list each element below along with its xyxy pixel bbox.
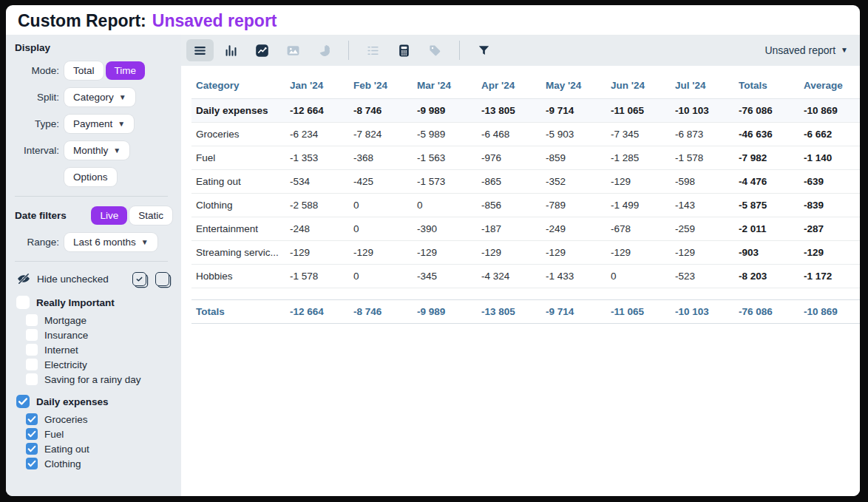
calculator-icon[interactable] <box>390 39 418 61</box>
unchecked-checkbox-icon[interactable] <box>26 314 38 326</box>
report-selector[interactable]: Unsaved report ▼ <box>764 44 848 56</box>
value-cell: -1 499 <box>606 194 671 217</box>
value-cell: -8 746 <box>349 300 413 324</box>
chevron-down-icon: ▼ <box>119 94 126 101</box>
uncheck-all-button[interactable] <box>155 272 169 286</box>
range-row: Range: Last 6 months ▼ <box>6 233 181 251</box>
unchecked-checkbox-icon[interactable] <box>26 329 38 341</box>
area-chart-icon[interactable] <box>279 39 307 61</box>
value-cell: -259 <box>671 217 734 241</box>
value-cell: -129 <box>671 241 734 265</box>
value-cell: -13 805 <box>477 300 541 324</box>
value-cell: -5 875 <box>734 194 799 217</box>
column-header: Jan '24 <box>285 73 349 99</box>
column-header: Category <box>191 73 285 99</box>
category-toggle-row[interactable]: Fuel <box>26 428 181 440</box>
toolbar-divider <box>459 41 460 60</box>
category-label: Fuel <box>44 429 64 440</box>
chevron-down-icon: ▼ <box>841 47 848 54</box>
category-toggle-row[interactable]: Internet <box>26 344 181 356</box>
value-cell: -9 714 <box>541 99 606 123</box>
value-cell: -839 <box>799 194 860 217</box>
page-title-prefix: Custom Report: <box>18 11 146 31</box>
checked-checkbox-icon[interactable] <box>26 443 38 455</box>
category-toggle-row[interactable]: Saving for a rainy day <box>26 373 181 385</box>
value-cell: -129 <box>606 241 671 265</box>
list-icon[interactable] <box>359 39 387 61</box>
category-label: Mortgage <box>44 315 87 326</box>
unchecked-checkbox-icon[interactable] <box>16 296 30 309</box>
interval-select[interactable]: Monthly ▼ <box>64 141 129 160</box>
checked-checkbox-icon[interactable] <box>16 395 30 408</box>
value-cell: -187 <box>477 217 541 241</box>
checked-checkbox-icon[interactable] <box>26 458 38 469</box>
unchecked-checkbox-icon[interactable] <box>26 373 38 385</box>
range-select[interactable]: Last 6 months ▼ <box>64 233 157 251</box>
page-title: Custom Report: Unsaved report <box>6 5 860 35</box>
value-cell: -143 <box>671 194 734 217</box>
category-toggle-row[interactable]: Groceries <box>26 413 181 425</box>
category-toggle-row[interactable]: Daily expenses <box>16 395 181 408</box>
mode-time-button[interactable]: Time <box>106 61 146 80</box>
value-cell: -10 869 <box>799 300 860 324</box>
filter-icon[interactable] <box>470 39 498 61</box>
value-cell: -6 662 <box>799 123 860 146</box>
value-cell: -9 989 <box>413 99 477 123</box>
value-cell: -129 <box>606 170 671 194</box>
value-cell: -12 664 <box>285 300 349 324</box>
options-button[interactable]: Options <box>64 168 117 186</box>
table-row: Groceries-6 234-7 824-5 989-6 468-5 903-… <box>191 123 860 146</box>
value-cell: -8 746 <box>349 99 413 123</box>
pie-chart-icon[interactable] <box>311 39 338 61</box>
value-cell: -859 <box>541 146 606 170</box>
bar-chart-icon[interactable] <box>217 39 245 61</box>
value-cell: -6 873 <box>671 123 734 146</box>
tag-icon[interactable] <box>421 39 449 61</box>
value-cell: -7 824 <box>349 123 413 146</box>
mode-total-button[interactable]: Total <box>64 61 104 80</box>
value-cell: -345 <box>413 265 477 288</box>
unchecked-checkbox-icon[interactable] <box>26 359 38 370</box>
report-table: CategoryJan '24Feb '24Mar '24Apr '24May … <box>191 73 860 324</box>
category-toggle-row[interactable]: Eating out <box>26 443 181 455</box>
category-toggle-row[interactable]: Mortgage <box>26 314 181 326</box>
value-cell: -856 <box>477 194 541 217</box>
category-cell: Fuel <box>191 146 285 170</box>
value-cell: 0 <box>349 265 413 288</box>
hide-unchecked-toggle[interactable]: Hide unchecked <box>16 271 169 286</box>
value-cell: -249 <box>541 217 606 241</box>
value-cell: -129 <box>285 241 349 265</box>
category-toggle-row[interactable]: Insurance <box>26 329 181 341</box>
split-label: Split: <box>6 92 59 103</box>
category-cell: Streaming servic... <box>191 241 285 265</box>
spacer-row <box>191 288 860 300</box>
value-cell: -1 353 <box>285 146 349 170</box>
column-header: Totals <box>734 73 799 99</box>
interval-value: Monthly <box>73 145 108 156</box>
date-static-button[interactable]: Static <box>129 206 172 225</box>
line-chart-icon[interactable] <box>248 39 276 61</box>
checked-checkbox-icon[interactable] <box>26 428 38 440</box>
menu-icon[interactable] <box>186 39 214 61</box>
report-selector-label: Unsaved report <box>764 44 835 56</box>
type-select[interactable]: Payment ▼ <box>64 115 134 133</box>
check-all-button[interactable] <box>132 272 146 286</box>
value-cell: -1 172 <box>799 265 860 288</box>
category-label: Insurance <box>44 330 88 341</box>
table-row: Daily expenses-12 664-8 746-9 989-13 805… <box>191 99 860 123</box>
split-select[interactable]: Category ▼ <box>64 88 135 106</box>
category-toggle-row[interactable]: Electricity <box>26 359 181 370</box>
category-label: Saving for a rainy day <box>44 374 141 385</box>
category-toggle-row[interactable]: Really Important <box>16 296 181 309</box>
range-value: Last 6 months <box>73 237 136 248</box>
category-toggle-row[interactable]: Clothing <box>26 458 181 469</box>
category-label: Groceries <box>44 414 88 425</box>
value-cell: -352 <box>541 170 606 194</box>
table-row: Clothing-2 58800-856-789-1 499-143-5 875… <box>191 194 860 217</box>
value-cell: -9 989 <box>413 300 477 324</box>
sidebar-divider <box>15 261 168 262</box>
checked-checkbox-icon[interactable] <box>26 413 38 425</box>
date-live-button[interactable]: Live <box>91 206 127 225</box>
column-header: Apr '24 <box>477 73 541 99</box>
unchecked-checkbox-icon[interactable] <box>26 344 38 356</box>
